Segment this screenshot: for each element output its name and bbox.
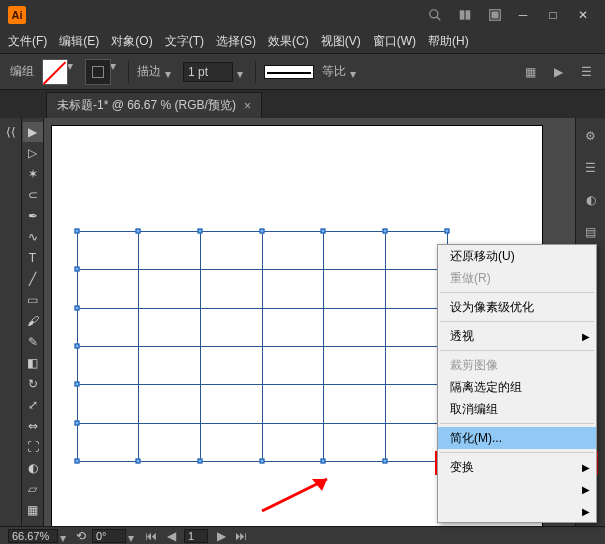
zoom-input[interactable] — [8, 529, 58, 543]
svg-line-6 — [262, 479, 327, 511]
magic-wand-tool[interactable]: ✶ — [23, 164, 43, 184]
minimize-button[interactable]: ─ — [509, 5, 537, 25]
scale-tool[interactable]: ⤢ — [23, 395, 43, 415]
separator — [440, 350, 594, 351]
chevron-down-icon[interactable]: ▾ — [237, 67, 247, 77]
menu-type[interactable]: 文字(T) — [165, 33, 204, 50]
artboard-input[interactable] — [184, 529, 208, 543]
last-artboard-button[interactable]: ⏭ — [234, 529, 248, 543]
selection-tool[interactable]: ▶ — [23, 122, 43, 142]
eraser-tool[interactable]: ◧ — [23, 353, 43, 373]
svg-line-1 — [437, 17, 441, 21]
lasso-tool[interactable]: ⊂ — [23, 185, 43, 205]
stroke-weight-input[interactable] — [183, 62, 233, 82]
annotation-arrow — [252, 471, 342, 521]
workspace-icon[interactable] — [483, 3, 507, 27]
svg-rect-5 — [492, 12, 498, 18]
cm-transform[interactable]: 变换▶ — [438, 456, 596, 478]
chevron-down-icon[interactable]: ▾ — [60, 531, 70, 541]
menu-edit[interactable]: 编辑(E) — [59, 33, 99, 50]
tab-strip: 未标题-1* @ 66.67 % (RGB/预览) × — [0, 90, 605, 118]
separator — [440, 452, 594, 453]
stroke-swatch[interactable] — [85, 59, 111, 85]
cm-isolate[interactable]: 隔离选定的组 — [438, 376, 596, 398]
cm-simplify[interactable]: 简化(M)... — [438, 427, 596, 449]
cm-more2[interactable]: ▶ — [438, 500, 596, 522]
document-tab[interactable]: 未标题-1* @ 66.67 % (RGB/预览) × — [46, 92, 262, 118]
first-artboard-button[interactable]: ⏮ — [144, 529, 158, 543]
free-transform-tool[interactable]: ⛶ — [23, 437, 43, 457]
grid-object[interactable] — [77, 231, 447, 461]
cm-redo: 重做(R) — [438, 267, 596, 289]
width-tool[interactable]: ⇔ — [23, 416, 43, 436]
color-panel-icon[interactable]: ◐ — [581, 190, 601, 210]
maximize-button[interactable]: □ — [539, 5, 567, 25]
close-button[interactable]: ✕ — [569, 5, 597, 25]
search-icon[interactable] — [423, 3, 447, 27]
menu-file[interactable]: 文件(F) — [8, 33, 47, 50]
shaper-tool[interactable]: ✎ — [23, 332, 43, 352]
arrange-icon[interactable] — [453, 3, 477, 27]
transform-icon[interactable]: ▶ — [549, 63, 567, 81]
separator — [440, 292, 594, 293]
more-icon[interactable]: ☰ — [577, 63, 595, 81]
menu-effect[interactable]: 效果(C) — [268, 33, 309, 50]
cm-crop: 裁剪图像 — [438, 354, 596, 376]
close-icon[interactable]: × — [244, 99, 251, 113]
tab-toggle-icon[interactable]: ⟨⟨ — [1, 122, 21, 142]
next-artboard-button[interactable]: ▶ — [214, 529, 228, 543]
cm-pixel-optimize[interactable]: 设为像素级优化 — [438, 296, 596, 318]
cm-more[interactable]: ▶ — [438, 478, 596, 500]
menu-select[interactable]: 选择(S) — [216, 33, 256, 50]
context-menu: 还原移动(U) 重做(R) 设为像素级优化 透视▶ 裁剪图像 隔离选定的组 取消… — [437, 244, 597, 523]
rotate-input[interactable] — [92, 529, 126, 543]
direct-select-tool[interactable]: ▷ — [23, 143, 43, 163]
libraries-panel-icon[interactable]: ☰ — [581, 158, 601, 178]
menu-window[interactable]: 窗口(W) — [373, 33, 416, 50]
submenu-arrow-icon: ▶ — [582, 484, 590, 495]
properties-panel-icon[interactable]: ⚙ — [581, 126, 601, 146]
titlebar: Ai ─ □ ✕ — [0, 0, 605, 30]
control-bar: 编组 ▾ ▾ 描边 ▾ ▾ 等比 ▾ ▦ ▶ ☰ — [0, 54, 605, 90]
stroke-profile[interactable] — [264, 65, 314, 79]
perspective-tool[interactable]: ▱ — [23, 479, 43, 499]
chevron-down-icon[interactable]: ▾ — [350, 67, 360, 77]
chevron-down-icon[interactable]: ▾ — [165, 67, 175, 77]
selection-label: 编组 — [10, 63, 34, 80]
paintbrush-tool[interactable]: 🖌 — [23, 311, 43, 331]
menu-view[interactable]: 视图(V) — [321, 33, 361, 50]
pen-tool[interactable]: ✒ — [23, 206, 43, 226]
divider — [255, 61, 256, 83]
svg-rect-3 — [466, 10, 471, 19]
chevron-down-icon[interactable]: ▾ — [128, 531, 138, 541]
rotate-tool[interactable]: ↻ — [23, 374, 43, 394]
chevron-down-icon[interactable]: ▾ — [110, 59, 120, 69]
stroke-label: 描边 — [137, 63, 161, 80]
menubar: 文件(F) 编辑(E) 对象(O) 文字(T) 选择(S) 效果(C) 视图(V… — [0, 30, 605, 54]
app-logo: Ai — [8, 6, 26, 24]
swatches-panel-icon[interactable]: ▤ — [581, 222, 601, 242]
submenu-arrow-icon: ▶ — [582, 331, 590, 342]
rectangle-tool[interactable]: ▭ — [23, 290, 43, 310]
submenu-arrow-icon: ▶ — [582, 462, 590, 473]
cm-ungroup[interactable]: 取消编组 — [438, 398, 596, 420]
divider — [128, 61, 129, 83]
align-icon[interactable]: ▦ — [521, 63, 539, 81]
shape-builder-tool[interactable]: ◐ — [23, 458, 43, 478]
prev-artboard-button[interactable]: ◀ — [164, 529, 178, 543]
line-tool[interactable]: ╱ — [23, 269, 43, 289]
mesh-tool[interactable]: ▦ — [23, 500, 43, 520]
separator — [440, 423, 594, 424]
toolbar-tools: ▶ ▷ ✶ ⊂ ✒ ∿ T ╱ ▭ 🖌 ✎ ◧ ↻ ⤢ ⇔ ⛶ ◐ ▱ ▦ — [22, 118, 44, 526]
separator — [440, 321, 594, 322]
toolbar-left: ⟨⟨ — [0, 118, 22, 526]
fill-swatch[interactable] — [42, 59, 68, 85]
cm-perspective[interactable]: 透视▶ — [438, 325, 596, 347]
cm-undo[interactable]: 还原移动(U) — [438, 245, 596, 267]
chevron-down-icon[interactable]: ▾ — [67, 59, 77, 69]
curvature-tool[interactable]: ∿ — [23, 227, 43, 247]
type-tool[interactable]: T — [23, 248, 43, 268]
svg-marker-7 — [312, 479, 327, 491]
menu-object[interactable]: 对象(O) — [111, 33, 152, 50]
menu-help[interactable]: 帮助(H) — [428, 33, 469, 50]
